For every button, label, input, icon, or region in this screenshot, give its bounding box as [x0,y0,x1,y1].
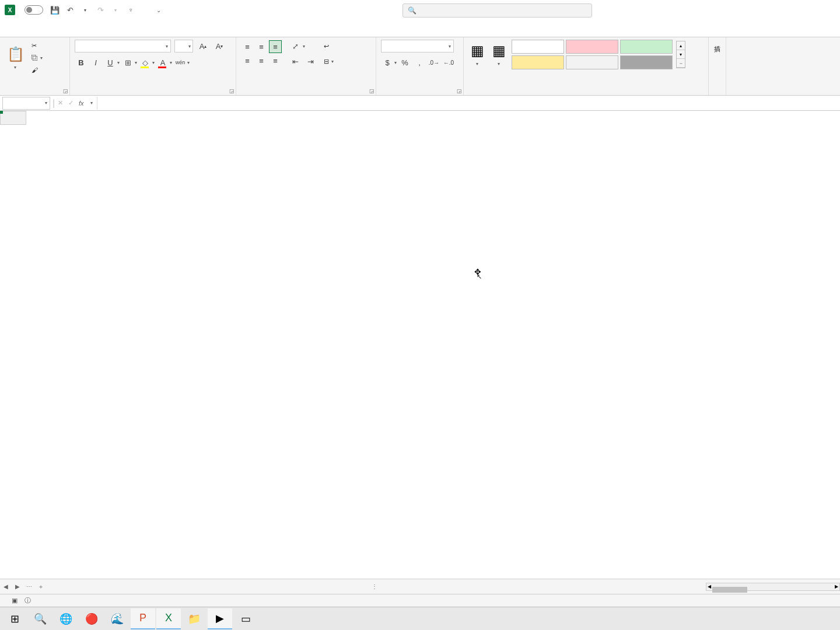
macro-record-icon[interactable]: ▣ [12,597,18,604]
decrease-indent-button[interactable]: ⇤ [289,55,302,68]
powerpoint-icon[interactable]: P [131,608,155,629]
style-neutral[interactable] [512,55,564,69]
style-calc[interactable] [566,55,618,69]
align-top-button[interactable]: ≡ [241,40,254,53]
chevron-down-icon[interactable]: ▾ [110,4,121,16]
excel-icon[interactable]: X [156,608,181,629]
cancel-icon[interactable]: ✕ [55,98,65,108]
bold-button[interactable]: B [75,56,88,69]
windows-taskbar: ⊞ 🔍 🌐 🔴 🌊 P X 📁 ▶ ▭ [0,607,840,630]
paste-button[interactable]: 📋 ▾ [5,45,27,71]
cursor-pointer-icon: ✥↖ [474,267,481,276]
style-good[interactable] [620,40,673,54]
orientation-button[interactable]: ⤢ [289,40,302,52]
cell-styles-gallery[interactable] [512,40,673,69]
dialog-launcher-icon[interactable]: ◲ [229,88,235,94]
redo-icon[interactable]: ↷ [94,4,106,16]
dialog-launcher-icon[interactable]: ◲ [457,88,462,94]
increase-indent-button[interactable]: ⇥ [304,55,317,68]
sheet-nav-more[interactable]: ⋯ [23,581,35,593]
save-icon[interactable]: 💾 [49,4,61,16]
edge-icon[interactable]: 🌊 [105,608,130,629]
chevron-down-icon[interactable]: ▾ [79,4,91,16]
gallery-scroll[interactable]: ▴▾⎓ [676,41,685,68]
align-right-button[interactable]: ≡ [269,54,282,67]
align-bottom-button[interactable]: ≡ [269,40,282,53]
horizontal-scrollbar[interactable]: ◀▶ [706,583,840,591]
copy-icon: ⿻ [32,54,38,61]
number-format-combo[interactable]: ▾ [381,40,454,52]
percent-button[interactable]: % [398,56,411,69]
conditional-format-button[interactable]: ▦▾ [468,41,487,68]
enter-icon[interactable]: ✓ [65,98,76,108]
wrap-text-button[interactable]: ↩ [324,40,334,52]
fill-color-button[interactable]: ◇ [139,56,152,69]
fx-icon[interactable]: fx [76,98,86,108]
decrease-decimal-button[interactable]: ←.0 [442,56,455,69]
select-all-corner[interactable] [0,111,26,125]
spreadsheet-grid[interactable]: ✥↖ [0,111,840,508]
sheet-nav-next[interactable]: ▶ [12,581,23,593]
cond-format-icon: ▦ [471,43,484,59]
align-left-button[interactable]: ≡ [241,54,254,67]
chevron-down-icon[interactable]: ⌄ [156,7,161,13]
border-button[interactable]: ⊞ [121,56,134,69]
align-center-button[interactable]: ≡ [255,54,268,67]
increase-font-icon[interactable]: A▴ [197,40,209,52]
start-button[interactable]: ⊞ [2,608,27,629]
insert-cells-button[interactable]: 插 [713,40,721,42]
increase-decimal-button[interactable]: .0→ [428,56,440,69]
formula-bar: ▾ | ✕ ✓ fx ▾ [0,96,840,111]
sheet-nav-prev[interactable]: ◀ [0,581,12,593]
undo-icon[interactable]: ↶ [64,4,76,16]
video-app-icon[interactable]: ▶ [208,608,232,629]
comma-button[interactable]: , [413,56,426,69]
merge-center-button[interactable]: ⊟▾ [324,55,334,67]
align-middle-button[interactable]: ≡ [255,40,268,53]
excel-app-icon: X [5,5,15,15]
sheet-tab-bar: ◀ ▶ ⋯ ＋ ⋮ ◀▶ [0,579,840,594]
chrome-icon[interactable]: 🌐 [54,608,78,629]
formula-input[interactable] [97,97,840,110]
table-format-button[interactable]: ▦▾ [490,41,508,68]
italic-button[interactable]: I [89,56,102,69]
copy-button[interactable]: ⿻▾ [32,52,43,64]
ribbon-tabs [0,20,840,37]
window-icon[interactable]: ▭ [233,608,258,629]
chevron-down-icon[interactable]: ▾ [86,98,97,108]
wrap-icon: ↩ [324,43,329,50]
search-icon: 🔍 [408,6,416,15]
cut-button[interactable]: ✂ [32,40,43,51]
accessibility-status[interactable]: ⓘ [24,596,31,605]
app-icon[interactable]: 🔴 [79,608,104,629]
search-bar[interactable]: 🔍 [402,4,592,18]
status-bar: ▣ ⓘ [0,594,840,607]
explorer-icon[interactable]: 📁 [182,608,206,629]
dialog-launcher-icon[interactable]: ◲ [63,88,68,94]
brush-icon: 🖌 [32,66,38,74]
clipboard-icon: 📋 [7,46,24,62]
sheet-options-icon[interactable]: ⋮ [369,581,380,593]
search-icon[interactable]: 🔍 [28,608,52,629]
name-box[interactable]: ▾ [2,97,50,110]
ribbon: 📋 ▾ ✂ ⿻▾ 🖌 ◲ ▾ ▾ A▴ A▾ B I U▾ ⊞▾ ◇▾ A▾ [0,37,840,96]
scissors-icon: ✂ [32,42,37,50]
style-check[interactable] [620,55,673,69]
currency-button[interactable]: $ [381,56,394,69]
dialog-launcher-icon[interactable]: ◲ [369,88,374,94]
merge-icon: ⊟ [324,58,329,65]
table-icon: ▦ [492,43,506,59]
phonetic-button[interactable]: wén [174,56,187,69]
new-sheet-button[interactable]: ＋ [35,581,47,593]
font-name-combo[interactable]: ▾ [75,40,171,52]
style-bad[interactable] [566,40,618,54]
font-size-combo[interactable]: ▾ [174,40,193,52]
style-normal[interactable] [512,40,564,54]
decrease-font-icon[interactable]: A▾ [213,40,226,52]
underline-button[interactable]: U [104,56,117,69]
qat-customize-icon[interactable]: ▿ [125,4,136,16]
autosave-toggle[interactable] [24,5,43,15]
font-color-button[interactable]: A [156,56,169,69]
format-painter-button[interactable]: 🖌 [32,64,43,76]
